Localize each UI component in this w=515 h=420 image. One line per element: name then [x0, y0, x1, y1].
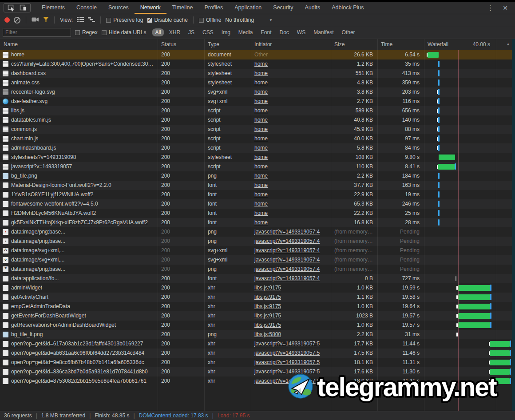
column-header-waterfall[interactable]: Waterfall 40.00 s ▲: [424, 39, 515, 50]
more-options-icon[interactable]: ⋮: [487, 4, 494, 12]
preserve-log-checkbox[interactable]: Preserve log: [106, 17, 143, 23]
initiator-link[interactable]: libs.js:9175: [251, 302, 331, 311]
column-header-type[interactable]: Type: [204, 41, 251, 48]
initiator-link[interactable]: home: [251, 78, 331, 87]
initiator-link[interactable]: home: [251, 69, 331, 78]
offline-checkbox[interactable]: Offline: [199, 17, 221, 23]
initiator-link[interactable]: home: [251, 153, 331, 162]
clear-icon[interactable]: [14, 17, 20, 24]
initiator-link[interactable]: home: [251, 134, 331, 143]
initiator-link[interactable]: home: [251, 199, 331, 209]
request-row[interactable]: dashboard.css200stylesheethome551 KB413 …: [0, 69, 515, 78]
close-devtools-icon[interactable]: ✕: [503, 4, 508, 12]
request-row[interactable]: 1YwB1sO8YE1Lyjf12WNiUA.woff2200fonthome2…: [0, 190, 515, 199]
initiator-link[interactable]: home: [251, 115, 331, 125]
initiator-link[interactable]: javascript?v=1493319057:5: [251, 349, 331, 358]
initiator-link[interactable]: home: [251, 106, 331, 115]
tab-console[interactable]: Console: [71, 2, 103, 14]
capture-screenshots-icon[interactable]: [32, 17, 39, 24]
hide-data-urls-checkbox[interactable]: Hide data URLs: [102, 29, 147, 36]
filter-type-font[interactable]: Font: [258, 28, 275, 36]
view-waterfall-icon[interactable]: [88, 17, 95, 24]
view-list-icon[interactable]: [77, 17, 84, 24]
initiator-link[interactable]: javascript?v=1493319057:4: [251, 274, 331, 283]
request-row[interactable]: libs.js200scripthome589 KB656 ms: [0, 106, 515, 115]
request-row[interactable]: data:application/fo...200fontjavascript?…: [0, 274, 515, 283]
request-row[interactable]: gk5FxslNkTTHtojXrkp-xIF8zhZCJ7x9Pr62cRga…: [0, 218, 515, 227]
initiator-link[interactable]: javascript?v=1493319057:5: [251, 358, 331, 367]
request-row[interactable]: getReservationsForAdminDashBoardWidget20…: [0, 321, 515, 330]
tab-security[interactable]: Security: [267, 2, 299, 14]
tab-application[interactable]: Application: [229, 2, 267, 14]
column-header-time[interactable]: Time: [377, 41, 424, 48]
request-row[interactable]: reccenter-logo.svg200svg+xmlhome3.8 KB20…: [0, 87, 515, 97]
initiator-link[interactable]: javascript?v=1493319057:4: [251, 265, 331, 274]
request-row[interactable]: datatables.min.js200scripthome40.8 KB140…: [0, 115, 515, 125]
request-row[interactable]: admindashboard.js200scripthome5.8 KB84 m…: [0, 143, 515, 153]
initiator-link[interactable]: home: [251, 190, 331, 199]
request-row[interactable]: Material-Design-Iconic-Font.woff2?v=2.2.…: [0, 181, 515, 190]
request-row[interactable]: getEventsForDashBoardWidget200xhrlibs.js…: [0, 311, 515, 321]
column-header-status[interactable]: Status: [158, 41, 204, 48]
initiator-link[interactable]: home: [251, 181, 331, 190]
filter-type-media[interactable]: Media: [235, 28, 256, 36]
request-row[interactable]: H2DMvhDLycM56KNuAtbJYA.woff2200fonthome2…: [0, 209, 515, 218]
request-row[interactable]: empGetAdminTradeData200xhrlibs.js:91751.…: [0, 302, 515, 311]
column-header-size[interactable]: Size: [331, 41, 377, 48]
tab-audits[interactable]: Audits: [299, 2, 326, 14]
tab-elements[interactable]: Elements: [36, 2, 71, 14]
throttling-dropdown[interactable]: No throttling ▼: [225, 17, 273, 23]
filter-type-manifest[interactable]: Manifest: [310, 28, 337, 36]
request-row[interactable]: fontawesome-webfont.woff2?v=4.5.0200font…: [0, 199, 515, 209]
request-row[interactable]: adminWidget200xhrlibs.js:91751.0 KB19.59…: [0, 283, 515, 293]
column-header-initiator[interactable]: Initiator: [251, 41, 331, 48]
request-row[interactable]: ▪data:image/png;base...200pngjavascript?…: [0, 227, 515, 237]
initiator-link[interactable]: home: [251, 171, 331, 181]
initiator-link[interactable]: home: [251, 162, 331, 171]
filter-type-doc[interactable]: Doc: [277, 28, 292, 36]
request-row[interactable]: css?family=Lato:300,400,700|Open+Sans+Co…: [0, 59, 515, 69]
request-row[interactable]: getActivityChart200xhrlibs.js:91751.1 KB…: [0, 293, 515, 302]
initiator-link[interactable]: javascript?v=1493319057:5: [251, 339, 331, 349]
initiator-link[interactable]: javascript?v=1493319057:4: [251, 237, 331, 246]
inspect-element-icon[interactable]: [8, 4, 15, 12]
request-row[interactable]: vdata:image/svg+xml,...200svg+xmljavascr…: [0, 255, 515, 265]
request-row[interactable]: javascript?v=1493319057200scripthome110 …: [0, 162, 515, 171]
initiator-link[interactable]: libs.js:9175: [251, 283, 331, 293]
filter-type-other[interactable]: Other: [339, 28, 358, 36]
device-toolbar-icon[interactable]: [20, 4, 27, 12]
tab-profiles[interactable]: Profiles: [198, 2, 229, 14]
filter-type-all[interactable]: All: [152, 28, 164, 36]
request-row[interactable]: stylesheets?v=1493319098200stylesheethom…: [0, 153, 515, 162]
tab-network[interactable]: Network: [135, 2, 166, 14]
request-row[interactable]: home200documentOther26.6 KB6.54 s: [0, 50, 515, 59]
initiator-link[interactable]: home: [251, 97, 331, 106]
request-row[interactable]: ▪data:image/png;base...200pngjavascript?…: [0, 237, 515, 246]
request-row[interactable]: open?op=get&id=617a03ab1c23d1faffd43013b…: [0, 339, 515, 349]
request-row[interactable]: bg_tile_lt.png200pnglibs.js:58002.2 KB31…: [0, 330, 515, 339]
initiator-link[interactable]: libs.js:9175: [251, 321, 331, 330]
initiator-link[interactable]: javascript?v=1493319057:4: [251, 255, 331, 265]
filter-funnel-icon[interactable]: [43, 17, 49, 24]
initiator-link[interactable]: home: [251, 87, 331, 97]
initiator-link[interactable]: home: [251, 59, 331, 69]
request-row[interactable]: dse-feather.svg200svg+xmlhome2.7 KB116 m…: [0, 97, 515, 106]
initiator-link[interactable]: libs.js:9175: [251, 293, 331, 302]
record-network-log-icon[interactable]: [4, 17, 10, 23]
filter-type-css[interactable]: CSS: [199, 28, 217, 36]
initiator-link[interactable]: home: [251, 143, 331, 153]
initiator-link[interactable]: home: [251, 209, 331, 218]
filter-type-js[interactable]: JS: [185, 28, 198, 36]
initiator-link[interactable]: libs.js:5800: [251, 330, 331, 339]
filter-type-img[interactable]: Img: [218, 28, 234, 36]
filter-type-ws[interactable]: WS: [294, 28, 309, 36]
tab-timeline[interactable]: Timeline: [166, 2, 199, 14]
regex-checkbox[interactable]: Regex: [75, 29, 98, 36]
filter-type-xhr[interactable]: XHR: [166, 28, 183, 36]
initiator-link[interactable]: javascript?v=1493319057:4: [251, 227, 331, 237]
request-row[interactable]: *data:image/png;base...200pngjavascript?…: [0, 265, 515, 274]
disable-cache-checkbox[interactable]: Disable cache: [147, 17, 188, 23]
tab-sources[interactable]: Sources: [103, 2, 135, 14]
request-row[interactable]: common.js200scripthome45.9 KB88 ms: [0, 125, 515, 134]
initiator-link[interactable]: home: [251, 218, 331, 227]
